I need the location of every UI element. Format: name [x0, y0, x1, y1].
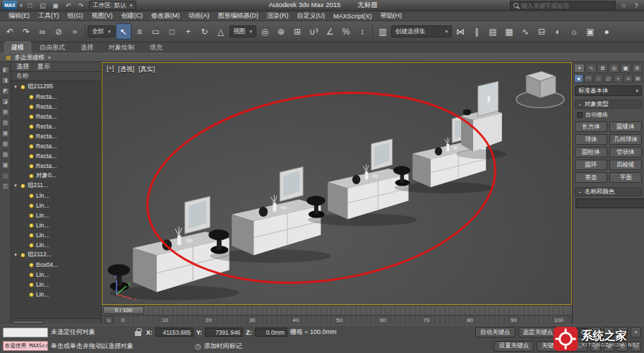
explorer-menu-select[interactable]: 选择 [16, 62, 29, 71]
side-toolbar-icon[interactable]: ◫ [1, 182, 10, 191]
selection-filter-dropdown[interactable]: 全部 ▾ [88, 25, 115, 37]
search-input[interactable] [521, 2, 612, 9]
angle-snap-icon[interactable]: ∠ [322, 23, 338, 40]
explorer-hscrollbar[interactable] [11, 318, 101, 325]
use-pivot-center-icon[interactable]: ◎ [257, 23, 273, 40]
snap-toggle-3d-icon[interactable]: ∪³ [306, 23, 321, 40]
object-type-button[interactable]: 长方体 [575, 121, 607, 132]
autogrid-checkbox[interactable] [577, 112, 583, 118]
add-time-tag[interactable]: 添加时间标记 [204, 342, 242, 351]
scene-item[interactable]: Recta... [11, 102, 101, 112]
side-toolbar-icon[interactable]: ◨ [1, 76, 10, 85]
scene-item[interactable]: Lin... [11, 280, 101, 289]
bind-to-space-warp-icon[interactable]: ≈ [67, 23, 83, 40]
expand-icon[interactable]: ▼ [13, 85, 18, 89]
scene-item[interactable]: ▼ 组211... [11, 181, 101, 191]
select-object-icon[interactable]: ↖ [116, 23, 131, 40]
side-toolbar-icon[interactable]: ▧ [1, 140, 10, 148]
object-type-button[interactable]: 圆环 [575, 160, 607, 170]
menu-item[interactable]: 修改器(M) [147, 11, 184, 20]
scene-item[interactable]: Lin... [11, 230, 101, 240]
auto-key-button[interactable]: 自动关键点 [475, 327, 515, 337]
material-editor-icon[interactable]: ◐ [550, 23, 566, 40]
undo-icon[interactable]: ↶ [2, 23, 18, 40]
render-setup-icon[interactable]: ☼ [566, 23, 582, 40]
side-toolbar-icon[interactable]: ◩ [1, 87, 10, 95]
perspective-viewport[interactable]: [+] [透视] [真实] [102, 62, 572, 305]
display-tab-icon[interactable]: ▣ [620, 64, 631, 73]
name-color-rollout-header[interactable]: - 名称和颜色 [575, 187, 642, 196]
select-and-move-icon[interactable]: + [181, 23, 196, 40]
scene-item[interactable]: Recta... [11, 161, 101, 171]
macro-recorder-line[interactable] [3, 328, 48, 337]
scene-item[interactable]: Recta... [11, 92, 101, 102]
side-toolbar-icon[interactable]: ◪ [1, 97, 10, 106]
menu-item[interactable]: 图形编辑器(D) [214, 11, 263, 20]
scene-item[interactable]: 对象0... [11, 171, 101, 181]
layer-manager-icon[interactable]: ▤ [485, 23, 501, 40]
unlink-selection-icon[interactable]: ⊘ [51, 23, 66, 40]
object-type-button[interactable]: 平面 [609, 172, 642, 183]
rendered-frame-icon[interactable]: ▣ [583, 23, 598, 40]
shapes-category-icon[interactable]: ◠ [584, 74, 593, 83]
x-coordinate-field[interactable]: 41153.685 [155, 328, 193, 337]
scene-item[interactable]: Lin... [11, 270, 101, 280]
select-and-manipulate-icon[interactable]: ⊕ [273, 23, 289, 40]
viewport-general-menu[interactable]: [+] [107, 65, 114, 74]
edit-named-sets-icon[interactable]: ▥ [375, 23, 390, 40]
helpers-category-icon[interactable]: + [614, 74, 623, 83]
menu-item[interactable]: 动画(A) [184, 11, 214, 20]
object-type-button[interactable]: 圆锥体 [609, 121, 642, 132]
star-icon[interactable]: ☆ [619, 1, 628, 10]
scene-item[interactable]: Box04... [11, 260, 101, 270]
time-slider-handle[interactable]: 0 / 100 [103, 306, 144, 314]
lights-category-icon[interactable]: ○ [594, 74, 603, 83]
expand-icon[interactable]: ▼ [13, 184, 18, 188]
object-type-button[interactable]: 四棱锥 [609, 160, 642, 170]
side-toolbar-icon[interactable]: ◧ [1, 66, 10, 74]
menu-item[interactable]: 创建(C) [117, 11, 148, 20]
side-toolbar-icon[interactable]: ▨ [1, 150, 10, 159]
polygon-modeling-label[interactable]: 多边形建模 [15, 54, 45, 62]
scene-item[interactable]: Lin... [11, 210, 101, 220]
select-and-link-icon[interactable]: ∞ [35, 23, 50, 40]
explorer-hscrollbar-thumb[interactable] [13, 321, 44, 324]
menu-item[interactable]: MAXScript(X) [329, 13, 376, 20]
scene-item[interactable]: Recta... [11, 131, 101, 141]
time-slider-track[interactable] [145, 307, 571, 314]
schematic-view-icon[interactable]: ⊟ [534, 23, 549, 40]
selection-lock-icon[interactable] [135, 331, 141, 336]
object-type-button[interactable]: 管状体 [609, 147, 642, 157]
menu-item[interactable]: 渲染(R) [263, 11, 293, 20]
scene-item[interactable]: ▼ 组2112... [11, 250, 101, 260]
cameras-category-icon[interactable]: ▱ [604, 74, 613, 83]
redo-icon[interactable]: ↷ [18, 23, 34, 40]
menu-item[interactable]: 工具(T) [34, 11, 64, 20]
menu-item[interactable]: 视图(V) [88, 11, 117, 20]
y-coordinate-field[interactable]: 7391.946 [205, 328, 243, 337]
help-search[interactable] [510, 1, 616, 10]
rectangular-selection-icon[interactable]: ▭ [148, 23, 164, 40]
side-toolbar-icon[interactable]: ▩ [1, 161, 10, 169]
geometry-category-icon[interactable]: ● [574, 74, 583, 83]
object-type-button[interactable]: 几何球体 [609, 134, 642, 145]
select-by-name-icon[interactable]: ≡ [132, 23, 148, 40]
align-icon[interactable]: ∥ [469, 23, 484, 40]
app-logo[interactable]: MAX [3, 1, 17, 10]
menu-item[interactable]: 组(G) [64, 11, 88, 20]
scene-item[interactable]: Recta... [11, 112, 101, 121]
modify-tab-icon[interactable]: ∿ [585, 64, 596, 73]
workspace-dropdown[interactable]: 工作区: 默认 ▾ [89, 1, 137, 10]
scene-item[interactable]: Recta... [11, 141, 101, 151]
mini-curve-editor-icon[interactable]: ∿ [105, 316, 113, 324]
z-coordinate-field[interactable]: 0.0mm [255, 328, 287, 337]
scene-item[interactable]: Recta... [11, 121, 101, 131]
track-bar-ruler[interactable]: 0102030405060708090100 [116, 317, 569, 323]
render-production-icon[interactable]: ● [599, 23, 614, 40]
ribbon-tab[interactable]: 填充 [143, 42, 169, 53]
menu-item[interactable]: 编辑(E) [4, 11, 34, 20]
graphite-ribbon-icon[interactable]: ▦ [501, 23, 517, 40]
systems-category-icon[interactable]: ⊛ [633, 74, 643, 83]
viewport-pov-menu[interactable]: [透视] [118, 65, 134, 74]
ribbon-tab[interactable]: 选择 [73, 42, 100, 53]
